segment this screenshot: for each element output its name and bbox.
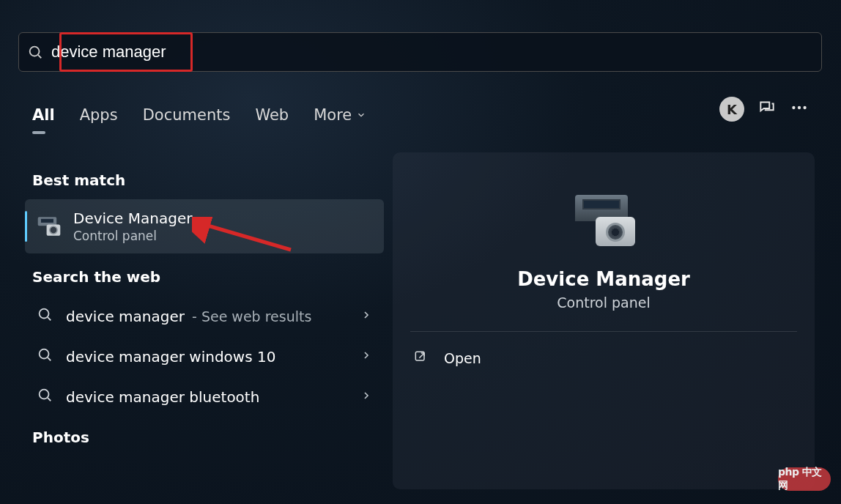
best-match-title: Device Manager xyxy=(73,210,372,227)
search-box[interactable] xyxy=(18,32,822,72)
detail-subtitle: Control panel xyxy=(557,294,650,311)
user-avatar[interactable]: K xyxy=(719,97,744,122)
more-icon[interactable] xyxy=(790,98,809,120)
header-actions: K xyxy=(719,97,809,122)
svg-point-9 xyxy=(40,309,49,319)
open-action[interactable]: Open xyxy=(410,339,797,377)
chevron-right-icon xyxy=(360,308,372,324)
best-match-subtitle: Control panel xyxy=(73,229,372,243)
results-column: Best match Device Manager Control panel … xyxy=(25,161,384,456)
tab-apps[interactable]: Apps xyxy=(80,106,118,124)
web-result-text: device manager - See web results xyxy=(66,308,347,325)
web-result-0[interactable]: device manager - See web results xyxy=(25,296,384,336)
best-match-heading: Best match xyxy=(32,171,377,189)
filter-tabs: All Apps Documents Web More xyxy=(32,100,809,130)
search-icon xyxy=(37,306,53,326)
svg-point-4 xyxy=(803,106,806,109)
web-result-text: device manager bluetooth xyxy=(66,388,347,406)
search-web-heading: Search the web xyxy=(32,268,377,286)
svg-point-2 xyxy=(792,106,795,109)
chevron-down-icon xyxy=(356,110,366,120)
search-input[interactable] xyxy=(51,33,821,71)
web-result-text: device manager windows 10 xyxy=(66,348,347,366)
device-manager-icon xyxy=(37,214,62,239)
svg-line-14 xyxy=(48,398,51,401)
best-match-texts: Device Manager Control panel xyxy=(73,210,372,243)
chevron-right-icon xyxy=(360,349,372,364)
web-result-2[interactable]: device manager bluetooth xyxy=(25,377,384,417)
svg-point-0 xyxy=(30,47,40,56)
svg-line-12 xyxy=(48,357,51,360)
tab-documents[interactable]: Documents xyxy=(143,106,231,124)
svg-point-11 xyxy=(40,349,49,359)
tab-more[interactable]: More xyxy=(314,106,366,124)
best-match-result[interactable]: Device Manager Control panel xyxy=(25,199,384,253)
svg-point-8 xyxy=(50,226,57,234)
tab-more-label: More xyxy=(314,106,352,124)
svg-point-13 xyxy=(40,390,49,399)
open-label: Open xyxy=(444,350,481,366)
watermark-badge: php 中文网 xyxy=(778,467,831,491)
tab-all[interactable]: All xyxy=(32,106,55,124)
chat-icon[interactable] xyxy=(757,98,777,120)
photos-heading: Photos xyxy=(32,429,377,446)
open-icon xyxy=(413,349,428,367)
divider xyxy=(410,331,797,332)
chevron-right-icon xyxy=(360,389,372,404)
search-icon xyxy=(37,387,53,407)
search-icon xyxy=(37,346,53,366)
web-result-1[interactable]: device manager windows 10 xyxy=(25,336,384,377)
svg-rect-6 xyxy=(41,219,53,223)
detail-panel: Device Manager Control panel Open xyxy=(393,152,815,489)
device-manager-large-icon xyxy=(572,195,635,246)
search-icon xyxy=(19,33,51,71)
svg-line-1 xyxy=(38,55,41,58)
detail-title: Device Manager xyxy=(517,268,690,290)
svg-line-10 xyxy=(48,317,51,320)
tab-web[interactable]: Web xyxy=(255,106,289,124)
svg-point-3 xyxy=(798,106,801,109)
